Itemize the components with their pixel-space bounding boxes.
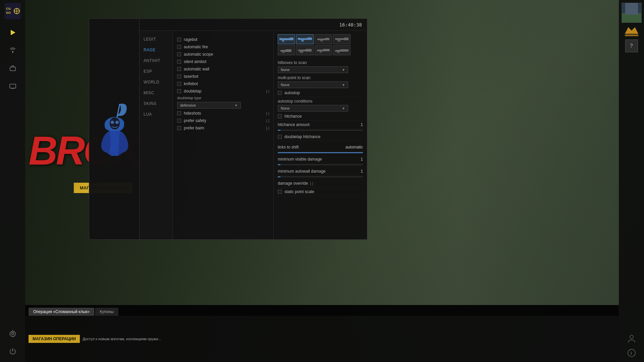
hitchance-checkbox[interactable] [278, 114, 282, 118]
autostop-conditions-dropdown[interactable]: None ▼ [278, 105, 348, 112]
damage-override-shortcut[interactable]: [-] [310, 181, 313, 185]
nav-misc[interactable]: MISC [140, 88, 173, 98]
taserbot-label: taserbot [184, 74, 198, 79]
min-autowall-damage-slider[interactable] [278, 176, 363, 177]
autostop-row: autostop [278, 89, 363, 97]
silent-aimbot-row: silent aimbot [177, 58, 269, 65]
hideshots-checkbox[interactable] [177, 111, 181, 115]
auto-fire-row: automatic fire [177, 43, 269, 51]
nav-lua[interactable]: LUA [140, 109, 173, 119]
power-button[interactable] [5, 343, 21, 359]
doubletap-type-row: doubletap type [177, 95, 269, 101]
reaper-panel [89, 18, 140, 240]
csgo-logo[interactable]: CS: GO [4, 3, 21, 19]
prefer-safety-checkbox[interactable] [177, 119, 181, 123]
weapon-icon-4[interactable] [333, 34, 351, 44]
weapon-icon-6[interactable] [296, 45, 314, 55]
hideshots-label: hideshots [184, 111, 201, 116]
info-icon[interactable]: i [625, 347, 638, 359]
hack-panel-header: 16:40:38 [140, 19, 367, 31]
knifebot-checkbox[interactable] [177, 82, 181, 86]
auto-scope-checkbox[interactable] [177, 52, 181, 56]
weapon-icon-3[interactable] [315, 34, 332, 44]
multipoint-dropdown[interactable]: None ▼ [278, 81, 348, 88]
nav-world[interactable]: WORLD [140, 77, 173, 87]
rank-icon[interactable] [623, 24, 640, 38]
doubletap-hitchance-row: doubletap hitchance [278, 133, 363, 141]
ticks-shift-value: automatic [345, 145, 363, 149]
hitchance-slider[interactable] [278, 130, 363, 131]
svg-rect-49 [340, 49, 348, 52]
autostop-conditions-value: None [281, 106, 289, 110]
hitboxes-label: hitboxes to scan [278, 59, 363, 66]
svg-rect-30 [307, 38, 312, 40]
ticks-shift-slider[interactable] [278, 152, 363, 153]
damage-override-label: damage override [278, 181, 308, 186]
hack-right-panel: hitboxes to scan None ▼ multi-point to s… [274, 31, 367, 239]
min-autowall-damage-fill [278, 176, 280, 177]
ragebot-checkbox[interactable] [177, 38, 181, 42]
hideshots-shortcut[interactable]: [-] [266, 111, 269, 115]
svg-rect-41 [282, 52, 285, 53]
taserbot-checkbox[interactable] [177, 74, 181, 78]
prefer-baim-checkbox[interactable] [177, 126, 181, 130]
doubletap-shortcut[interactable]: [-] [266, 89, 269, 93]
prefer-safety-shortcut[interactable]: [-] [266, 119, 269, 123]
svg-rect-42 [298, 50, 307, 51]
tab-operation[interactable]: Операция «Сломанный клык» [29, 308, 94, 316]
svg-rect-44 [300, 51, 303, 53]
auto-wall-label: automatic wall [184, 67, 209, 71]
doubletap-hitchance-checkbox[interactable] [278, 135, 282, 139]
weapon-icon-2[interactable] [296, 34, 314, 44]
tv-button[interactable] [5, 78, 21, 94]
min-visible-damage-slider[interactable] [278, 164, 363, 165]
hitchance-amount-row: hitchance amount 1 [278, 121, 363, 129]
min-autowall-damage-value: 1 [361, 169, 363, 174]
svg-rect-32 [298, 38, 300, 39]
shop-banner[interactable]: МАГАЗИН ОПЕРАЦИИ [29, 335, 80, 343]
svg-rect-25 [279, 38, 289, 40]
weapon-icon-1[interactable] [278, 34, 295, 44]
svg-rect-16 [625, 3, 638, 15]
svg-rect-17 [625, 35, 638, 36]
knifebot-row: knifebot [177, 80, 269, 87]
antenna-button[interactable] [5, 42, 21, 58]
prefer-baim-shortcut[interactable]: [-] [266, 126, 269, 130]
doubletap-type-dropdown[interactable]: defensive ▼ [177, 102, 241, 109]
shop-desc: Доступ к новым агентам, коллекциям оружи… [83, 337, 161, 341]
auto-scope-row: automatic scope [177, 51, 269, 58]
avatar[interactable] [622, 3, 642, 23]
tab-coupons[interactable]: Купоны [95, 308, 118, 316]
play-button[interactable] [5, 24, 21, 41]
weapon-icon-8[interactable] [333, 45, 351, 55]
bottom-tabs: Операция «Сломанный клык» Купоны [25, 305, 619, 316]
nav-skins[interactable]: SKINS [140, 99, 173, 109]
svg-rect-50 [337, 52, 339, 53]
auto-fire-checkbox[interactable] [177, 45, 181, 49]
question-badge[interactable]: ? [625, 40, 638, 52]
hack-nav: LEGIT RAGE ANTIHIT ESP WORLD MISC SKINS … [140, 31, 173, 239]
hitboxes-arrow-icon: ▼ [342, 68, 345, 72]
nav-esp[interactable]: ESP [140, 66, 173, 76]
hitboxes-dropdown[interactable]: None ▼ [278, 66, 348, 73]
static-point-checkbox[interactable] [278, 190, 282, 194]
weapon-icon-5[interactable] [278, 45, 295, 55]
auto-wall-checkbox[interactable] [177, 67, 181, 71]
autostop-checkbox[interactable] [278, 91, 282, 95]
weapon-icon-7[interactable] [315, 45, 332, 55]
person-icon[interactable] [625, 332, 638, 345]
taserbot-row: taserbot [177, 73, 269, 80]
nav-rage[interactable]: RAGE [140, 45, 173, 55]
svg-text:GO: GO [6, 11, 11, 14]
svg-rect-34 [325, 38, 329, 40]
nav-legit[interactable]: LEGIT [140, 34, 173, 44]
doubletap-checkbox[interactable] [177, 89, 181, 93]
svg-point-24 [115, 121, 119, 124]
settings-button[interactable] [5, 325, 21, 342]
min-visible-damage-value: 1 [361, 157, 363, 162]
nav-antihit[interactable]: ANTIHIT [140, 56, 173, 66]
hideshots-row: hideshots [-] [177, 110, 269, 117]
silent-aimbot-checkbox[interactable] [177, 60, 181, 64]
briefcase-button[interactable] [5, 60, 21, 76]
auto-scope-label: automatic scope [184, 52, 213, 57]
